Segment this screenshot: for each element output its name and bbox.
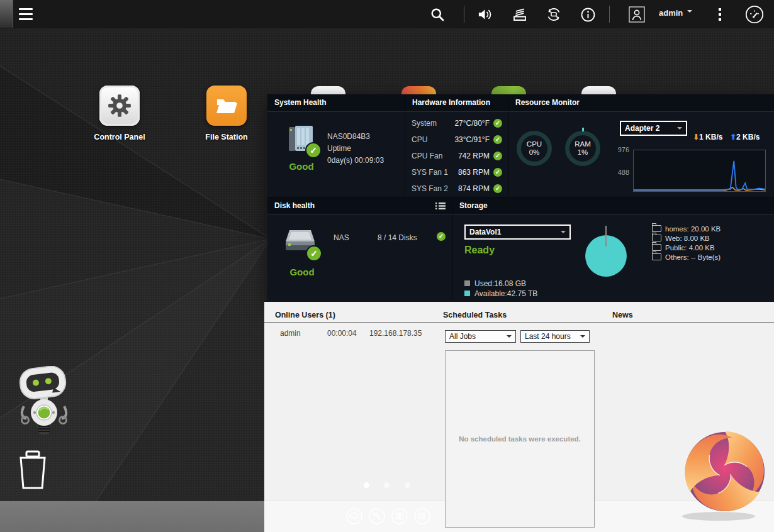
hw-label: System	[412, 119, 437, 128]
chevron-down-icon	[507, 335, 512, 340]
disk-health-title: Disk health	[267, 197, 452, 215]
volume-button[interactable]	[477, 6, 493, 23]
ram-gauge-label: RAM	[575, 140, 591, 148]
device-sync-icon	[546, 6, 562, 23]
main-menu-button[interactable]	[19, 8, 33, 20]
external-device-button[interactable]	[546, 6, 562, 23]
cpu-gauge-value: 0%	[529, 148, 540, 157]
hardware-info-title: Hardware Information	[405, 94, 508, 112]
resource-monitor-title: Resource Monitor	[508, 94, 774, 112]
time-filter-value: Last 24 hours	[525, 332, 571, 341]
volume-select[interactable]: DataVol1	[464, 224, 571, 240]
disk-host: NAS	[334, 233, 349, 242]
folder-legend-text: Web: 8.00 KB	[665, 235, 710, 242]
uptime-value: 0day(s) 00:09:03	[327, 156, 384, 165]
volume-status: Ready	[464, 245, 495, 256]
available-swatch	[464, 291, 470, 296]
user-name-dropdown[interactable]: admin	[659, 8, 692, 18]
device-name: NAS0D84B3	[327, 132, 384, 141]
ok-icon	[493, 168, 502, 177]
dashboard-button[interactable]	[745, 5, 764, 24]
hw-value: 863 RPM	[458, 168, 490, 177]
upload-rate-value: 2 KB/s	[736, 133, 760, 141]
file-station-label: File Station	[182, 133, 271, 141]
download-rate-value: 1 KB/s	[699, 133, 722, 141]
used-legend: Used:16.08 GB	[464, 279, 526, 288]
user-menu-button[interactable]	[629, 6, 645, 23]
hw-label: CPU Fan	[412, 152, 442, 160]
jobs-filter-select[interactable]: All Jobs	[445, 330, 516, 343]
topbar-divider	[464, 6, 464, 23]
online-user-name: admin	[280, 329, 301, 338]
carousel-dot-2[interactable]	[384, 482, 390, 488]
chevron-down-icon	[677, 127, 682, 132]
user-name-label: admin	[659, 8, 683, 18]
chevron-down-icon	[561, 231, 566, 236]
feedback-button[interactable]	[414, 508, 430, 524]
ok-icon	[493, 135, 502, 144]
background-tasks-button[interactable]	[512, 6, 528, 23]
hw-row-cpu-fan: CPU Fan 742 RPM	[405, 148, 508, 164]
chevron-down-icon	[687, 10, 692, 15]
utilities-button[interactable]	[369, 508, 385, 524]
hw-row-sys-fan1: SYS Fan 1 863 RPM	[405, 164, 508, 180]
storage-title: Storage	[452, 197, 774, 215]
cloud-button[interactable]	[346, 508, 362, 524]
ram-gauge-tick	[582, 128, 584, 131]
net-tick-top: 976	[613, 146, 629, 153]
adapter-select[interactable]: Adapter 2	[620, 121, 687, 136]
control-panel-icon[interactable]	[99, 86, 140, 126]
carousel-dot-3[interactable]	[405, 482, 410, 488]
folder-legend-item: Web: 8.00 KB	[652, 234, 721, 243]
hammer-icon	[369, 508, 385, 524]
cpu-gauge-label: CPU	[527, 140, 542, 148]
system-health-status: Good	[285, 161, 318, 172]
disk-count: 8 / 14 Disks	[378, 233, 417, 242]
disk-health-title-text: Disk health	[274, 201, 315, 210]
download-arrow-icon: ⬇	[693, 133, 699, 141]
uptime-label: Uptime	[327, 144, 384, 153]
hw-value: 874 RPM	[458, 184, 490, 193]
search-button[interactable]	[429, 6, 446, 23]
jobs-filter-value: All Jobs	[449, 332, 476, 341]
folder-legend-text: homes: 20.00 KB	[665, 225, 721, 233]
hw-label: SYS Fan 1	[412, 168, 448, 177]
control-panel-label: Control Panel	[76, 133, 164, 141]
online-user-ip: 192.168.178.35	[369, 329, 422, 338]
widgets-header-rule	[264, 322, 774, 323]
system-health-widget: System Health Good NAS0D84B3 Uptime 0day…	[267, 94, 405, 197]
dashboard-panel: System Health Good NAS0D84B3 Uptime 0day…	[267, 94, 774, 301]
hw-value: 742 RPM	[458, 152, 490, 160]
manual-button[interactable]	[391, 508, 408, 524]
background-tasks-icon	[512, 6, 528, 23]
hw-row-sys-fan2: SYS Fan 2 874 RPM	[405, 180, 508, 197]
more-options-button[interactable]	[712, 6, 728, 23]
disk-list-view-button[interactable]	[435, 202, 446, 210]
scheduled-tasks-empty-message: No scheduled tasks were executed.	[459, 435, 581, 443]
folder-legend-item: Public: 4.00 KB	[652, 243, 721, 252]
folder-legend-text: Public: 4.00 KB	[665, 244, 715, 252]
time-filter-select[interactable]: Last 24 hours	[520, 330, 590, 343]
book-icon	[391, 508, 408, 524]
topbar-divider	[609, 6, 610, 23]
resource-monitor-widget: Resource Monitor CPU 0% RAM 1% Adapter 2…	[508, 94, 774, 197]
desktop-widgets-panel: Online Users (1) Scheduled Tasks News ad…	[264, 301, 774, 532]
desktop-switch-tab[interactable]	[0, 0, 13, 28]
hardware-info-widget: Hardware Information System 27°C/80°F CP…	[405, 94, 508, 197]
nas-device-icon	[285, 125, 315, 153]
disk-health-widget: Disk health Good N	[267, 197, 452, 302]
folder-icon	[652, 225, 661, 232]
top-bar: admin	[0, 0, 774, 28]
upload-arrow-icon: ⬆	[730, 133, 736, 141]
search-icon	[430, 7, 445, 22]
carousel-dot-1[interactable]	[364, 482, 369, 488]
recycle-bin-icon[interactable]	[17, 450, 48, 490]
file-station-icon[interactable]	[206, 86, 247, 126]
info-button[interactable]	[580, 6, 596, 23]
online-users-title: Online Users (1)	[275, 311, 335, 319]
available-legend: Available:42.75 TB	[464, 289, 537, 298]
cpu-gauge: CPU 0%	[517, 131, 552, 166]
robot-mascot[interactable]	[14, 366, 74, 436]
chevron-down-icon	[580, 335, 585, 340]
edit-note-icon	[414, 508, 430, 524]
